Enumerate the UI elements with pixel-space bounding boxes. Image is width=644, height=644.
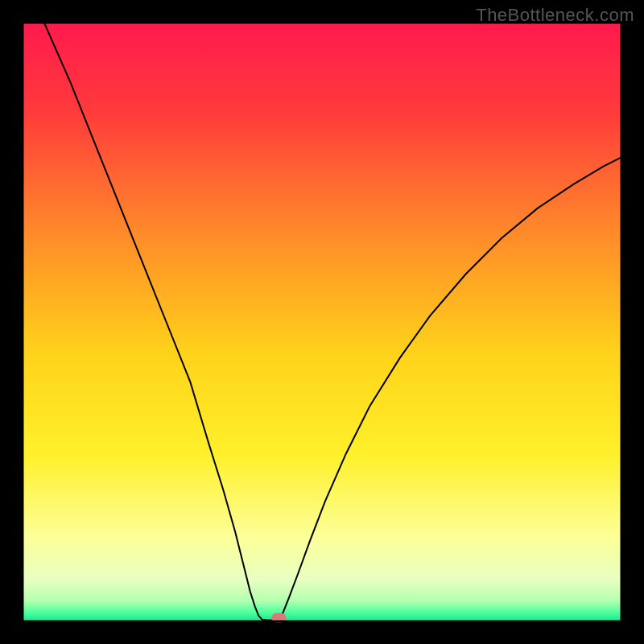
chart-svg: [0, 0, 644, 644]
chart-container: TheBottleneck.com: [0, 0, 644, 644]
watermark-text: TheBottleneck.com: [476, 5, 634, 26]
plot-background: [23, 23, 621, 621]
